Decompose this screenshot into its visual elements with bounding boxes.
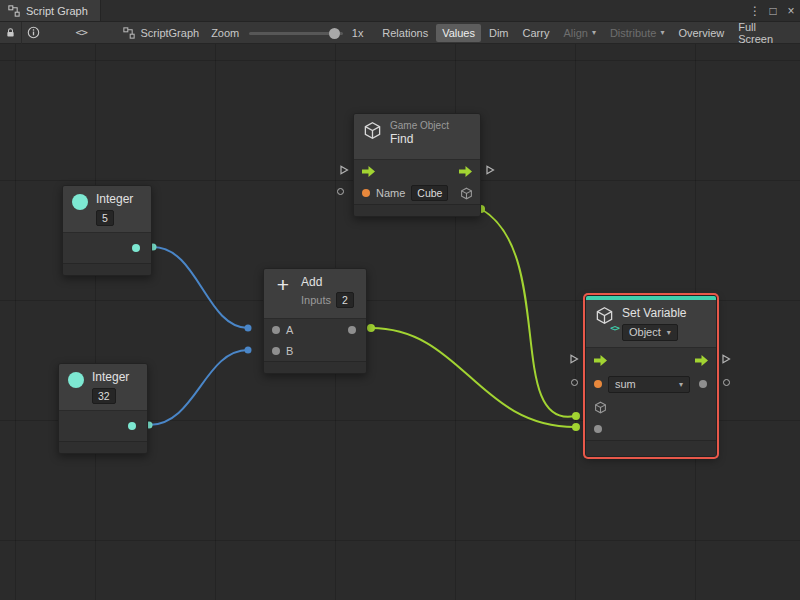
port-a-label: A [286,324,293,336]
node-footer [264,361,366,373]
flow-out-port-triangle[interactable] [721,354,731,364]
value-input-port[interactable] [594,425,602,433]
node-title: Integer [96,192,133,207]
node-add[interactable]: + Add Inputs 2 A B [263,268,367,374]
values-button[interactable]: Values [436,24,481,42]
overview-label: Overview [678,27,724,39]
set-variable-icon: <> [595,306,614,329]
node-title: Add [301,275,354,290]
tab-script-graph[interactable]: Script Graph [0,0,101,21]
node-header[interactable]: Game Object Find [354,114,480,160]
flow-in-arrow-icon[interactable] [594,355,607,366]
kebab-menu-icon[interactable]: ⋮ [746,0,764,22]
integer-output-port[interactable] [132,244,140,252]
title-bar: Script Graph ⋮ □ × [0,0,800,22]
variable-code-glyph: <> [610,323,619,333]
node-header[interactable]: <> Set Variable Object ▾ [586,300,716,348]
node-integer-top[interactable]: Integer 5 [62,185,152,276]
node-title: Set Variable [622,306,686,321]
zoom-label: Zoom [205,27,245,39]
integer-value-field[interactable]: 5 [96,210,114,226]
caret-down-icon: ▾ [667,325,671,340]
flow-in-arrow-icon[interactable] [362,166,375,177]
node-title: Find [390,132,449,147]
overview-button[interactable]: Overview [672,24,730,42]
maximize-icon[interactable]: □ [764,0,782,22]
node-game-object-find[interactable]: Game Object Find Name Cube [353,113,481,217]
node-header[interactable]: Integer 32 [59,364,147,411]
tab-title: Script Graph [26,5,88,17]
inputs-count-field[interactable]: 2 [336,292,354,308]
node-footer [59,441,147,453]
game-object-type-icon[interactable] [594,401,607,414]
integer-icon [72,194,88,210]
inputs-label: Inputs [301,294,331,306]
unity-script-graph-window: Script Graph ⋮ □ × <> ScriptGraph Zoom 1… [0,0,800,600]
lock-button[interactable] [0,22,22,44]
name-port-row: Name Cube [354,182,480,204]
caret-down-icon: ▾ [592,28,596,37]
zoom-slider-handle[interactable] [329,28,340,39]
flow-out-port-triangle[interactable] [485,165,495,175]
carry-button[interactable]: Carry [517,24,556,42]
cube-icon [363,121,382,140]
variable-name-input-port[interactable] [594,380,602,388]
full-screen-label: Full Screen [738,21,793,45]
relations-button[interactable]: Relations [376,24,434,42]
name-value-field[interactable]: Cube [411,185,448,201]
port-row-a: A [264,319,366,340]
name-port-label: Name [376,187,405,199]
variable-name-dropdown[interactable]: sum ▾ [608,376,690,393]
name-input-port[interactable] [362,189,370,197]
output-port-circle[interactable] [723,379,730,386]
port-row-b: B [264,340,366,361]
inspect-button[interactable] [22,22,45,44]
caret-down-icon: ▾ [660,28,664,37]
script-graph-icon [123,27,135,39]
node-header[interactable]: Integer 5 [63,186,151,233]
integer-output-port[interactable] [128,422,136,430]
flow-port-row [354,160,480,182]
variable-name-port-row: sum ▾ [586,372,716,396]
code-view-button[interactable]: <> [71,22,92,44]
name-port-circle[interactable] [337,188,344,195]
align-button[interactable]: Align▾ [557,24,601,42]
variable-port-circle[interactable] [571,379,578,386]
add-icon: + [273,275,293,295]
target-object-port-row [586,396,716,418]
close-icon[interactable]: × [782,0,800,22]
full-screen-button[interactable]: Full Screen [732,24,799,42]
flow-in-port-triangle[interactable] [569,354,579,364]
variable-kind-dropdown[interactable]: Object ▾ [622,324,678,341]
node-footer [586,440,716,456]
output-port-row [63,233,151,263]
lock-icon [5,26,16,39]
flow-in-port-triangle[interactable] [339,165,349,175]
integer-value-field[interactable]: 32 [92,388,116,404]
game-object-type-icon[interactable] [460,187,473,200]
node-header[interactable]: + Add Inputs 2 [264,269,366,319]
zoom-slider[interactable] [249,22,342,44]
relations-label: Relations [382,27,428,39]
titlebar-spacer [101,0,746,21]
distribute-button[interactable]: Distribute▾ [604,24,670,42]
node-integer-bottom[interactable]: Integer 32 [58,363,148,454]
values-label: Values [442,27,475,39]
flow-out-arrow-icon[interactable] [459,166,472,177]
value-output-port[interactable] [699,380,707,388]
add-output-port[interactable] [348,326,356,334]
code-icon: <> [76,26,87,39]
graph-breadcrumb[interactable]: ScriptGraph [117,27,205,39]
input-port-b[interactable] [272,347,280,355]
node-title: Integer [92,370,129,385]
input-port-a[interactable] [272,326,280,334]
variable-name-value: sum [615,377,636,392]
node-set-variable[interactable]: <> Set Variable Object ▾ sum ▾ [585,295,717,457]
caret-down-icon: ▾ [679,377,683,392]
flow-out-arrow-icon[interactable] [695,355,708,366]
dim-button[interactable]: Dim [483,24,515,42]
distribute-label: Distribute [610,27,656,39]
flow-port-row [586,348,716,372]
carry-label: Carry [523,27,550,39]
info-icon [27,26,40,39]
